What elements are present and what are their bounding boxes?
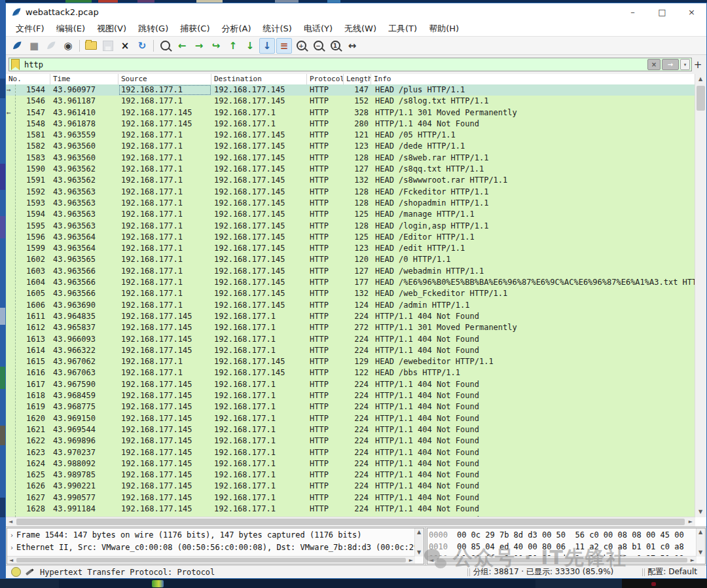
reload-icon[interactable]: ↻ [134, 38, 150, 54]
packet-row-1611[interactable]: 161143.964835192.168.177.145192.168.177.… [6, 311, 695, 322]
menu-item[interactable]: 帮助(H) [423, 22, 465, 36]
display-filter-input[interactable] [23, 60, 647, 70]
go-last-icon[interactable]: ↓ [242, 38, 258, 54]
expand-chevron-icon[interactable]: › [10, 532, 14, 539]
zoom-100-icon[interactable]: 1 [327, 38, 343, 54]
hscroll-thumb[interactable] [16, 519, 685, 525]
packet-row-1605[interactable]: 160543.963566192.168.177.1192.168.177.14… [6, 288, 695, 299]
scroll-left-icon[interactable]: ◄ [9, 519, 12, 524]
packet-row-1625[interactable]: 162543.989785192.168.177.145192.168.177.… [6, 469, 695, 481]
find-packet-icon[interactable] [157, 38, 173, 54]
expand-chevron-icon[interactable]: › [10, 544, 14, 551]
packet-row-1596[interactable]: 159643.963564192.168.177.1192.168.177.14… [6, 232, 695, 243]
save-file-icon[interactable] [100, 38, 116, 54]
menu-item[interactable]: 电话(Y) [298, 22, 338, 36]
packet-row-1620[interactable]: 162043.969150192.168.177.145192.168.177.… [6, 413, 695, 424]
packet-row-1581[interactable]: 158143.963559192.168.177.1192.168.177.14… [6, 130, 695, 141]
packet-list-header[interactable]: No.TimeSourceDestinationProtocolLengthIn… [6, 74, 695, 85]
packet-row-1624[interactable]: 162443.988092192.168.177.145192.168.177.… [6, 458, 695, 469]
menu-item[interactable]: 无线(W) [338, 22, 382, 36]
maximize-button[interactable]: □ [647, 3, 677, 21]
packet-row-1622[interactable]: 162243.969896192.168.177.145192.168.177.… [6, 435, 695, 447]
packet-row-1594[interactable]: 159443.963563192.168.177.1192.168.177.14… [6, 209, 695, 220]
menu-item[interactable]: 统计(S) [257, 22, 298, 36]
packet-row-1623[interactable]: 162343.970237192.168.177.145192.168.177.… [6, 447, 695, 458]
packet-row-1599[interactable]: 159943.963564192.168.177.1192.168.177.14… [6, 243, 695, 254]
detail-tree-row[interactable]: ›Frame 1544: 147 bytes on wire (1176 bit… [9, 529, 414, 542]
packet-row-1616[interactable]: 161643.967063192.168.177.1192.168.177.14… [6, 367, 695, 378]
packet-row-1582[interactable]: 158243.963560192.168.177.1192.168.177.14… [6, 141, 695, 152]
hex-row[interactable]: 001000 85 04 ed 40 00 80 06 11 a2 c0 a8 … [429, 541, 696, 553]
title-bar[interactable]: webattack2.pcap – □ × [6, 3, 706, 21]
packet-row-1544[interactable]: 1544→43.960977192.168.177.1192.168.177.1… [6, 84, 695, 96]
packet-row-1547[interactable]: 1547←43.961410192.168.177.145192.168.177… [6, 107, 695, 119]
menu-item[interactable]: 文件(F) [10, 22, 50, 36]
packet-row-1617[interactable]: 161743.967590192.168.177.145192.168.177.… [6, 379, 695, 390]
menu-item[interactable]: 视图(V) [91, 22, 132, 36]
packet-row-1604[interactable]: 160443.963566192.168.177.1192.168.177.14… [6, 277, 695, 288]
capture-options-icon[interactable]: ◉ [60, 38, 76, 54]
go-back-icon[interactable]: ← [174, 38, 190, 54]
packet-row-1602[interactable]: 160243.963565192.168.177.1192.168.177.14… [6, 254, 695, 265]
close-file-icon[interactable]: × [117, 38, 133, 54]
column-header-info[interactable]: Info [371, 74, 695, 84]
packet-list-vscrollbar[interactable]: ▲ ▼ [695, 74, 706, 517]
packet-row-1595[interactable]: 159543.963563192.168.177.1192.168.177.14… [6, 221, 695, 232]
taskbar-app-icon[interactable] [152, 580, 164, 587]
scroll-up-icon[interactable]: ▲ [698, 77, 702, 82]
column-header-source[interactable]: Source [118, 74, 211, 84]
capture-stop-icon[interactable]: ■ [26, 38, 42, 54]
menu-item[interactable]: 工具(T) [382, 22, 423, 36]
resize-columns-icon[interactable]: ↔ [344, 38, 360, 54]
filter-dropdown-caret[interactable]: ▾ [680, 59, 690, 70]
vscroll-thumb[interactable] [697, 86, 705, 111]
pane-splitter[interactable] [425, 527, 426, 565]
packet-row-1613[interactable]: 161343.966093192.168.177.145192.168.177.… [6, 334, 695, 345]
menu-item[interactable]: 捕获(C) [174, 22, 215, 36]
scroll-down-icon[interactable]: ▼ [698, 509, 702, 515]
packet-row-1628[interactable]: 162843.991184192.168.177.145192.168.177.… [6, 504, 695, 515]
go-to-packet-icon[interactable]: ↪ [208, 38, 224, 54]
packet-row-1621[interactable]: 162143.969544192.168.177.145192.168.177.… [6, 424, 695, 435]
packet-row-1612[interactable]: 161243.965837192.168.177.145192.168.177.… [6, 322, 695, 333]
capture-comment-icon[interactable] [25, 568, 33, 576]
packet-row-1590[interactable]: 159043.963562192.168.177.1192.168.177.14… [6, 164, 695, 175]
packet-row-1583[interactable]: 158343.963560192.168.177.1192.168.177.14… [6, 153, 695, 164]
packet-row-1614[interactable]: 161443.966322192.168.177.145192.168.177.… [6, 345, 695, 356]
minimize-button[interactable]: – [618, 3, 647, 21]
packet-row-1591[interactable]: 159143.963562192.168.177.1192.168.177.14… [6, 175, 695, 186]
bytes-hscrollbar[interactable]: ◄ ► [427, 556, 697, 564]
filter-apply-button[interactable]: → [662, 59, 679, 70]
details-vscrollbar[interactable]: ▲ ▼ [414, 528, 424, 557]
zoom-out-icon[interactable]: − [310, 38, 326, 54]
filter-bookmark-icon[interactable] [11, 59, 20, 70]
filter-clear-button[interactable]: × [647, 59, 661, 70]
profile-label[interactable]: 配置: Default [647, 566, 697, 578]
column-header-protocol[interactable]: Protocol [307, 74, 344, 84]
packet-row-1603[interactable]: 160343.963566192.168.177.1192.168.177.14… [6, 266, 695, 277]
packet-row-1627[interactable]: 162743.990577192.168.177.145192.168.177.… [6, 492, 695, 504]
packet-row-1593[interactable]: 159343.963563192.168.177.1192.168.177.14… [6, 198, 695, 209]
capture-start-icon[interactable] [9, 38, 25, 54]
display-filter-field[interactable]: × → ▾ [9, 58, 692, 71]
go-forward-icon[interactable]: → [191, 38, 207, 54]
column-header-destination[interactable]: Destination [211, 74, 307, 84]
capture-restart-icon[interactable] [43, 38, 59, 54]
filter-add-button[interactable]: + [692, 59, 704, 71]
scroll-right-icon[interactable]: ► [689, 519, 693, 524]
packet-row-1615[interactable]: 161543.967062192.168.177.1192.168.177.14… [6, 356, 695, 367]
packet-details-pane[interactable]: ›Frame 1544: 147 bytes on wire (1176 bit… [7, 528, 424, 564]
detail-tree-row[interactable]: ›Ethernet II, Src: VMware_c0:00:08 (00:5… [9, 542, 414, 554]
auto-scroll-icon[interactable]: ↓ [259, 38, 275, 54]
packet-row-1618[interactable]: 161843.968459192.168.177.145192.168.177.… [6, 390, 695, 401]
packet-row-1548[interactable]: 154843.961878192.168.177.145192.168.177.… [6, 119, 695, 130]
packet-row-1626[interactable]: 162643.990221192.168.177.145192.168.177.… [6, 481, 695, 492]
bytes-vscrollbar[interactable]: ▲ ▼ [696, 528, 705, 557]
packet-row-1606[interactable]: 160643.963690192.168.177.1192.168.177.14… [6, 300, 695, 311]
expert-info-icon[interactable] [11, 567, 21, 577]
zoom-in-icon[interactable]: + [293, 38, 309, 54]
colorize-icon[interactable]: ≡ [276, 38, 292, 54]
packet-bytes-pane[interactable]: 000000 0c 29 7b 8d d3 00 50 56 c0 00 08 … [427, 528, 706, 564]
column-header-time[interactable]: Time [50, 74, 118, 84]
menu-item[interactable]: 跳转(G) [132, 22, 174, 36]
